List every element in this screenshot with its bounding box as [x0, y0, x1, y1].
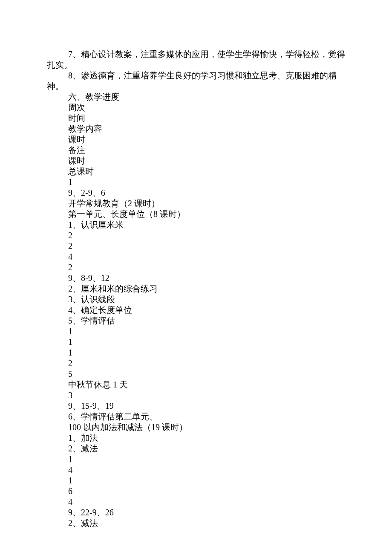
paragraph-7: 7、精心设计教案，注重多媒体的应用，使学生学得愉快，学得轻松，觉得扎实。 — [47, 49, 345, 70]
text-line: 5、学情评估 — [47, 315, 345, 326]
table-header-lesson-hours-sub: 课时 — [47, 156, 345, 166]
text-line: 1、加法 — [47, 433, 345, 443]
text-line: 2、厘米和米的综合练习 — [47, 283, 345, 294]
text-line: 6 — [47, 486, 345, 497]
text-line: 1 — [47, 337, 345, 347]
text-line: 1 — [47, 475, 345, 486]
text-line: 100 以内加法和减法（19 课时） — [47, 422, 345, 433]
text-line: 4、确定长度单位 — [47, 305, 345, 315]
text-line: 9、15-9、19 — [47, 401, 345, 411]
text-line: 第一单元、长度单位（8 课时） — [47, 209, 345, 220]
text-line: 1 — [47, 326, 345, 337]
text-line: 开学常规教育（2 课时） — [47, 198, 345, 209]
text-line: 2 — [47, 358, 345, 369]
text-line: 4 — [47, 465, 345, 475]
text-line: 4 — [47, 497, 345, 507]
text-line: 中秋节休息 1 天 — [47, 379, 345, 390]
text-line: 5 — [47, 369, 345, 379]
text-line: 6、学情评估第二单元、 — [47, 411, 345, 422]
text-line: 1 — [47, 347, 345, 358]
text-line: 1 — [47, 177, 345, 188]
table-header-content: 教学内容 — [47, 124, 345, 134]
text-line: 2 — [47, 262, 345, 273]
text-line: 1 — [47, 454, 345, 465]
paragraph-8: 8、渗透德育，注重培养学生良好的学习习惯和独立思考、克服困难的精神。 — [47, 70, 345, 92]
text-line: 2 — [47, 241, 345, 251]
text-line: 9、22-9、26 — [47, 507, 345, 518]
table-header-remarks: 备注 — [47, 145, 345, 156]
text-line: 1、认识厘米米 — [47, 220, 345, 230]
text-line: 2、减法 — [47, 443, 345, 454]
document-page: 7、精心设计教案，注重多媒体的应用，使学生学得愉快，学得轻松，觉得扎实。 8、渗… — [0, 0, 392, 555]
text-line: 3、认识线段 — [47, 294, 345, 305]
text-line: 3 — [47, 390, 345, 401]
text-line: 2 — [47, 230, 345, 241]
section-heading-6: 六、教学进度 — [47, 92, 345, 102]
table-header-time: 时间 — [47, 113, 345, 124]
text-line: 9、8-9、12 — [47, 273, 345, 283]
table-header-total-hours: 总课时 — [47, 166, 345, 177]
text-line: 2、减法 — [47, 518, 345, 529]
table-header-week: 周次 — [47, 102, 345, 113]
text-line: 4 — [47, 251, 345, 262]
table-header-lesson-hours: 课时 — [47, 134, 345, 145]
text-line: 9、2-9、6 — [47, 188, 345, 198]
